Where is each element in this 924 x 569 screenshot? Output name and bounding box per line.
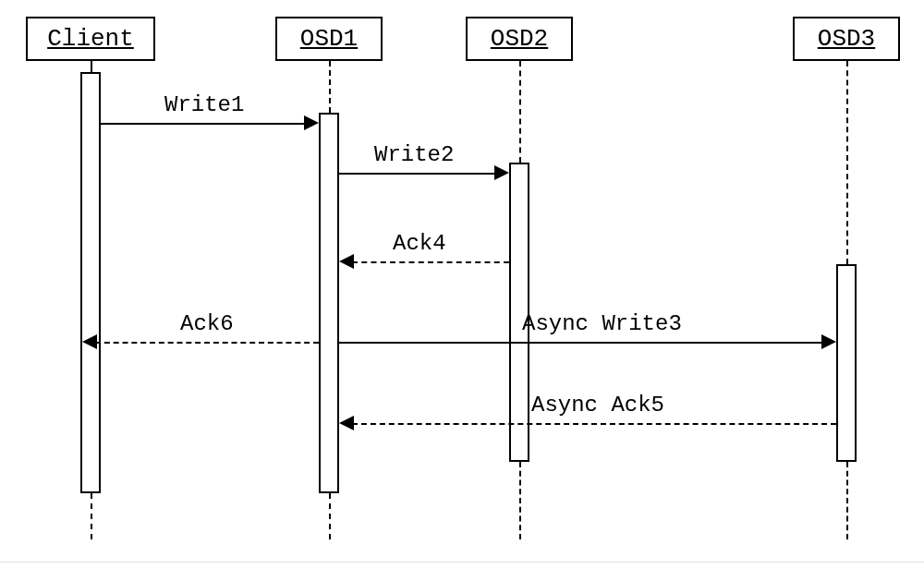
activation-client bbox=[80, 72, 101, 493]
lifeline-client-tail bbox=[91, 493, 92, 539]
msg-ack6-label: Ack6 bbox=[180, 311, 234, 336]
participant-client-label: Client bbox=[47, 25, 134, 53]
msg-ack4-label: Ack4 bbox=[393, 231, 446, 256]
bottom-rule bbox=[0, 562, 924, 563]
participant-osd3-label: OSD3 bbox=[818, 25, 875, 53]
lifeline-osd3 bbox=[846, 61, 848, 264]
participant-osd1: OSD1 bbox=[275, 17, 383, 61]
participant-osd2-label: OSD2 bbox=[491, 25, 548, 53]
msg-write1-line bbox=[101, 123, 306, 125]
participant-osd1-label: OSD1 bbox=[300, 25, 358, 53]
activation-osd1 bbox=[319, 113, 339, 493]
msg-ack4-line bbox=[352, 261, 509, 263]
msg-asyncack5-arrow bbox=[339, 416, 354, 430]
msg-ack4-arrow bbox=[339, 254, 354, 269]
msg-ack6-arrow bbox=[82, 334, 97, 349]
lifeline-osd3-tail bbox=[846, 462, 848, 539]
msg-asyncwrite3-line bbox=[339, 342, 823, 344]
msg-ack6-line bbox=[95, 342, 319, 344]
msg-asyncack5-label: Async Ack5 bbox=[531, 393, 664, 418]
msg-asyncwrite3-label: Async Write3 bbox=[522, 311, 682, 336]
sequence-diagram: Client OSD1 OSD2 OSD3 Write1 Write2 Ack4… bbox=[0, 0, 924, 569]
participant-osd3: OSD3 bbox=[793, 17, 900, 61]
lifeline-client bbox=[91, 61, 92, 72]
participant-osd2: OSD2 bbox=[466, 17, 573, 61]
lifeline-osd2 bbox=[519, 61, 521, 163]
participant-client: Client bbox=[26, 17, 155, 61]
msg-write1-arrow bbox=[304, 115, 319, 130]
msg-asyncwrite3-arrow bbox=[821, 334, 836, 349]
lifeline-osd1 bbox=[329, 61, 331, 113]
activation-osd3 bbox=[836, 264, 857, 462]
msg-write1-label: Write1 bbox=[164, 92, 244, 117]
msg-write2-line bbox=[339, 173, 496, 175]
msg-write2-arrow bbox=[494, 165, 509, 180]
lifeline-osd1-tail bbox=[329, 493, 331, 539]
msg-asyncack5-line bbox=[352, 423, 836, 425]
msg-write2-label: Write2 bbox=[374, 142, 454, 167]
lifeline-osd2-tail bbox=[519, 462, 521, 539]
